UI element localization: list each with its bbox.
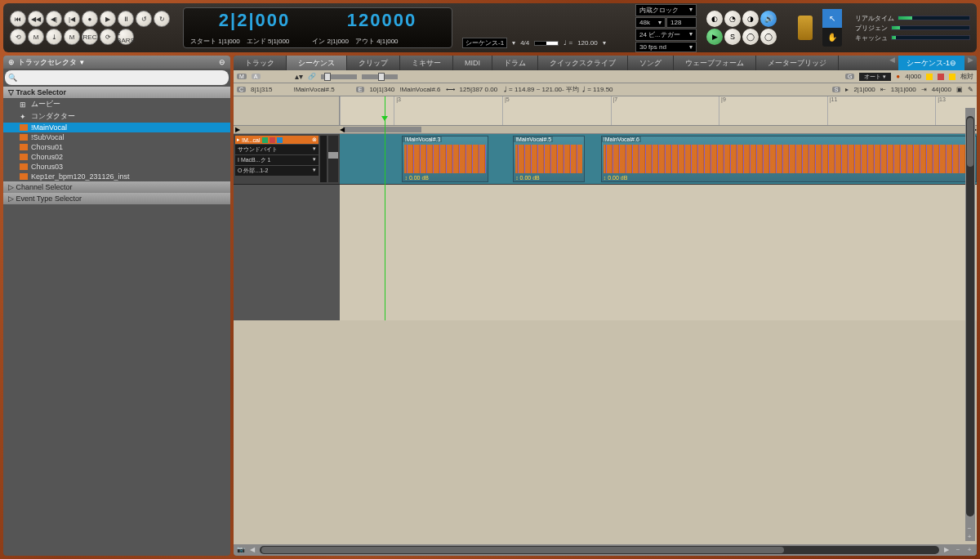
marker-yellow[interactable] bbox=[926, 74, 933, 80]
sidebar-track-3[interactable]: Chorus02 bbox=[3, 152, 230, 162]
c-badge[interactable]: C bbox=[237, 87, 246, 92]
transport-btn-13[interactable]: REC bbox=[82, 29, 98, 45]
snapshot-icon[interactable]: 📷 bbox=[237, 546, 245, 554]
fps-dropdown[interactable]: 30 fps nd▾ bbox=[635, 42, 697, 52]
transport-btn-5[interactable]: ▶ bbox=[100, 11, 116, 27]
track-header-mainvocal[interactable]: ▸!M...cal⊗ サウンドバイト▾ I MacB...ク 1▾ O 外部..… bbox=[234, 134, 340, 185]
tab-6[interactable]: クイックスクライブ bbox=[538, 56, 628, 70]
transport-btn-8[interactable]: ↻ bbox=[154, 11, 170, 27]
time-ruler[interactable]: |3|5|7|9|11|13 bbox=[340, 96, 977, 126]
tab-scroll-right[interactable]: ▶ bbox=[964, 56, 977, 70]
channel-selector-header[interactable]: ▷ Channel Selector bbox=[3, 181, 230, 193]
tab-4[interactable]: MIDI bbox=[453, 56, 492, 70]
scroll-right[interactable]: ▶ bbox=[942, 546, 951, 554]
main-time-2[interactable]: 120000 bbox=[347, 10, 416, 31]
movie-track[interactable]: ⊞ムービー bbox=[3, 98, 230, 110]
tab-5[interactable]: ドラム bbox=[492, 56, 538, 70]
zoom-slider-2[interactable] bbox=[362, 74, 398, 79]
sidebar-track-0[interactable]: !MainVocal bbox=[3, 123, 230, 132]
tab-scroll-left[interactable]: ◀ bbox=[886, 56, 898, 70]
auto-dropdown[interactable]: オート ▾ bbox=[859, 73, 891, 81]
link-icon[interactable]: 🔗 bbox=[308, 73, 316, 80]
tool-btn-4[interactable]: 🔊 bbox=[760, 11, 777, 27]
marker-red[interactable] bbox=[938, 74, 944, 80]
transport-btn-1[interactable]: ◀◀ bbox=[28, 11, 44, 27]
tab-8[interactable]: ウェーブフォーム bbox=[674, 56, 756, 70]
bit-depth-dropdown[interactable]: 24 ビ...テガー▾ bbox=[635, 29, 697, 41]
v-scrollbar[interactable]: −+ bbox=[965, 108, 975, 541]
audio-clip-1[interactable]: !MainVocal#.50.00 dB bbox=[513, 136, 584, 182]
zoom-in[interactable]: + bbox=[965, 546, 973, 554]
conductor-track[interactable]: ✦コンダクター bbox=[3, 110, 230, 123]
output-dropdown[interactable]: O 外部...1-2▾ bbox=[235, 166, 318, 176]
tab-0[interactable]: トラック bbox=[234, 56, 287, 70]
transport-btn-0[interactable]: ⏮ bbox=[10, 11, 26, 27]
zoom-slider-1[interactable] bbox=[321, 74, 357, 79]
audio-track-icon bbox=[20, 163, 28, 170]
sequence-dropdown[interactable]: シーケンス-1 bbox=[462, 38, 507, 48]
waveform bbox=[604, 145, 974, 173]
play-button[interactable]: ▶ bbox=[706, 29, 723, 45]
timeline-content[interactable]: |3|5|7|9|11|13 ◀ ▶ !MainVocal#.30.00 dB!… bbox=[340, 96, 977, 320]
tool-icon[interactable]: ▣ bbox=[956, 86, 963, 93]
sidebar-track-4[interactable]: Chorus03 bbox=[3, 162, 230, 172]
clip-lane-mainvocal[interactable]: !MainVocal#.30.00 dB!MainVocal#.50.00 dB… bbox=[340, 134, 977, 185]
clip-icon[interactable] bbox=[798, 16, 813, 40]
input-dropdown[interactable]: I MacB...ク 1▾ bbox=[235, 155, 318, 165]
tool-btn-2[interactable]: ◔ bbox=[724, 11, 741, 27]
transport-btn-6[interactable]: ⏸ bbox=[118, 11, 134, 27]
tool-btn-1[interactable]: ◐ bbox=[706, 11, 723, 27]
soundbite-dropdown[interactable]: サウンドバイト▾ bbox=[235, 145, 318, 154]
tool-btn-7[interactable]: ◯ bbox=[760, 29, 777, 45]
g-badge[interactable]: G bbox=[845, 74, 854, 79]
h-scrollbar[interactable] bbox=[260, 546, 939, 554]
transport-btn-15[interactable]: 2 BARS bbox=[118, 29, 134, 45]
zoom-out[interactable]: − bbox=[954, 546, 962, 554]
track-selector-header[interactable]: ▽ Track Selector bbox=[3, 87, 230, 98]
sidebar-track-2[interactable]: Chorsu01 bbox=[3, 142, 230, 152]
transport-btn-10[interactable]: M bbox=[28, 29, 44, 45]
solo-button[interactable]: S bbox=[724, 29, 741, 45]
playhead[interactable] bbox=[385, 96, 385, 320]
tool-btn-3[interactable]: ◑ bbox=[742, 11, 759, 27]
main-time-1[interactable]: 2|2|000 bbox=[219, 10, 291, 31]
pointer-tool[interactable]: ↖ bbox=[822, 9, 842, 28]
tab-2[interactable]: クリップ bbox=[347, 56, 400, 70]
sequence-tab[interactable]: シーケンス-1 ⊖ bbox=[898, 56, 964, 70]
tab-9[interactable]: メーターブリッジ bbox=[756, 56, 839, 70]
tab-3[interactable]: ミキサー bbox=[400, 56, 453, 70]
scroll-left[interactable]: ◀ bbox=[248, 546, 256, 554]
marker-yellow-2[interactable] bbox=[949, 74, 956, 80]
performance-panel: リアルタイム プリジェン キャッシュ bbox=[852, 14, 970, 42]
transport-btn-14[interactable]: ⟳ bbox=[100, 29, 116, 45]
tool-icon-2[interactable]: ✎ bbox=[968, 86, 973, 93]
s-badge[interactable]: S bbox=[832, 87, 841, 92]
search-input[interactable]: 🔍 Q bbox=[5, 70, 229, 85]
e-badge[interactable]: E bbox=[356, 87, 365, 92]
event-type-selector-header[interactable]: ▷ Event Type Selector bbox=[3, 193, 230, 204]
hand-tool[interactable]: ✋ bbox=[822, 28, 842, 47]
transport-btn-2[interactable]: ◀| bbox=[46, 11, 62, 27]
transport-btn-3[interactable]: |◀ bbox=[64, 11, 80, 27]
overview-thumb[interactable] bbox=[343, 127, 421, 132]
sidebar-track-5[interactable]: Kep1er_bpm120_231126_inst bbox=[3, 172, 230, 181]
track-fader[interactable] bbox=[328, 136, 338, 182]
click-pattern[interactable] bbox=[534, 41, 559, 46]
transport-btn-12[interactable]: M bbox=[64, 29, 80, 45]
a-badge[interactable]: A bbox=[252, 74, 261, 79]
sample-rate-dropdown[interactable]: 48k▾ bbox=[635, 17, 666, 28]
audio-clip-2[interactable]: !MainVocal#.60.00 dB bbox=[601, 136, 977, 182]
transport-btn-9[interactable]: ⟲ bbox=[10, 29, 26, 45]
overview-ruler[interactable]: ◀ ▶ bbox=[340, 126, 977, 134]
tab-7[interactable]: ソング bbox=[628, 56, 674, 70]
tab-1[interactable]: シーケンス bbox=[287, 56, 347, 70]
transport-btn-7[interactable]: ↺ bbox=[136, 11, 152, 27]
tool-btn-6[interactable]: ◯ bbox=[742, 29, 759, 45]
m-badge[interactable]: M bbox=[237, 74, 247, 79]
buffer-dropdown[interactable]: 128 bbox=[666, 17, 697, 28]
clock-source-dropdown[interactable]: 内蔵クロック▾ bbox=[635, 4, 697, 16]
transport-btn-4[interactable]: ● bbox=[82, 11, 98, 27]
transport-btn-11[interactable]: ⤓ bbox=[46, 29, 62, 45]
sidebar-track-1[interactable]: !SubVocal bbox=[3, 132, 230, 142]
audio-clip-0[interactable]: !MainVocal#.30.00 dB bbox=[402, 136, 488, 182]
